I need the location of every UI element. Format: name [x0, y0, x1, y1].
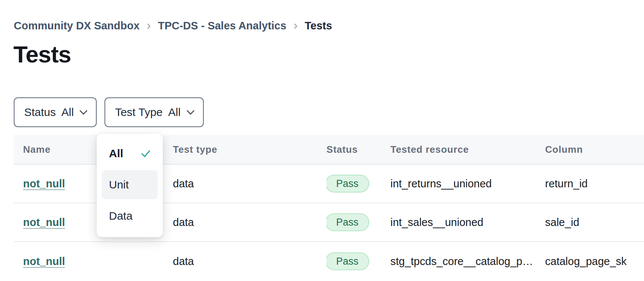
- filter-bar: Status All Test Type All: [14, 97, 204, 127]
- chevron-right-icon: ›: [146, 19, 151, 33]
- status-filter-label: Status: [24, 106, 56, 119]
- column-header-status: Status: [326, 144, 390, 155]
- dropdown-option-all[interactable]: All: [102, 139, 158, 168]
- check-icon: [141, 148, 151, 159]
- chevron-down-icon: [80, 107, 87, 114]
- column-header-test-type: Test type: [173, 144, 326, 155]
- test-type-filter-value: All: [168, 106, 180, 119]
- breadcrumb: Community DX Sandbox › TPC-DS - Sales An…: [14, 19, 332, 33]
- tested-resource-cell: stg_tpcds_core__catalog_p…: [390, 255, 545, 268]
- status-filter-button[interactable]: Status All: [14, 97, 97, 127]
- test-type-filter-label: Test Type: [115, 106, 162, 119]
- column-cell: return_id: [545, 178, 644, 190]
- status-filter-value: All: [61, 106, 74, 119]
- chevron-down-icon: [187, 107, 194, 114]
- test-type-dropdown-menu: All Unit Data: [97, 134, 163, 237]
- dropdown-option-data[interactable]: Data: [102, 201, 158, 230]
- dropdown-option-unit[interactable]: Unit: [102, 170, 158, 199]
- status-badge: Pass: [326, 175, 369, 193]
- tested-resource-cell: int_sales__unioned: [390, 216, 545, 229]
- page-title: Tests: [13, 41, 71, 68]
- column-cell: sale_id: [545, 216, 644, 229]
- test-type-cell: data: [173, 216, 326, 229]
- test-name-link[interactable]: not_null: [23, 255, 65, 267]
- table-row: not_null data Pass stg_tpcds_core__catal…: [14, 242, 644, 281]
- breadcrumb-item-project[interactable]: Community DX Sandbox: [14, 20, 139, 32]
- status-badge: Pass: [326, 213, 369, 231]
- tested-resource-cell: int_returns__unioned: [390, 178, 545, 190]
- status-badge: Pass: [326, 252, 369, 270]
- column-header-tested-resource: Tested resource: [390, 144, 545, 155]
- column-header-column: Column: [545, 144, 644, 155]
- test-type-filter-button[interactable]: Test Type All: [104, 97, 203, 127]
- test-name-link[interactable]: not_null: [23, 178, 65, 190]
- test-name-link[interactable]: not_null: [23, 216, 65, 228]
- dropdown-option-label: Data: [109, 210, 132, 222]
- chevron-right-icon: ›: [293, 19, 297, 33]
- column-cell: catalog_page_sk: [545, 255, 644, 268]
- dropdown-option-label: Unit: [109, 178, 129, 191]
- test-type-cell: data: [173, 178, 326, 190]
- test-type-cell: data: [173, 255, 326, 268]
- dropdown-option-label: All: [109, 147, 123, 160]
- breadcrumb-item-tests[interactable]: Tests: [305, 20, 332, 32]
- breadcrumb-item-environment[interactable]: TPC-DS - Sales Analytics: [158, 20, 286, 32]
